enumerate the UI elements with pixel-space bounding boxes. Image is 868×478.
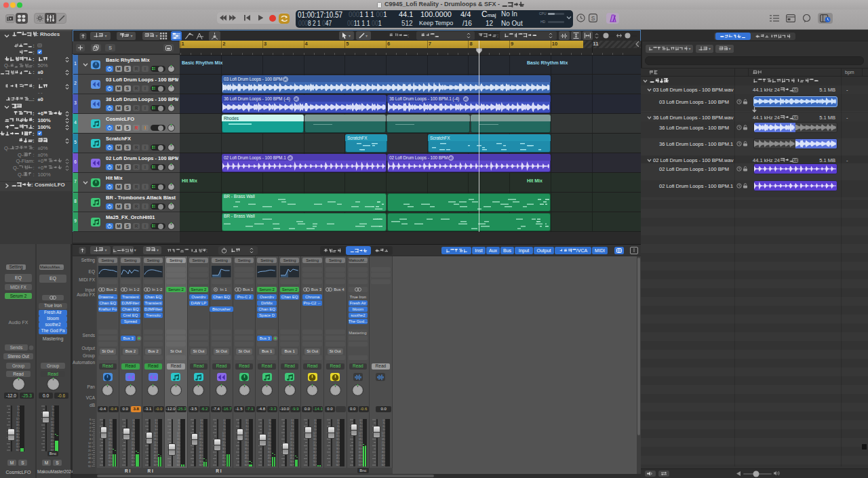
svg-text:12: 12 xyxy=(222,432,224,435)
svg-text:6: 6 xyxy=(132,425,134,428)
svg-text:50: 50 xyxy=(359,460,361,463)
svg-text:50: 50 xyxy=(176,460,179,463)
svg-text:3: 3 xyxy=(360,422,361,424)
svg-text:21: 21 xyxy=(245,441,248,444)
svg-text:12: 12 xyxy=(381,432,384,435)
svg-text:3: 3 xyxy=(17,408,18,411)
svg-text:18: 18 xyxy=(381,438,384,441)
svg-text:0: 0 xyxy=(90,426,91,429)
svg-text:0: 0 xyxy=(110,419,111,422)
svg-text:60: 60 xyxy=(381,464,384,466)
svg-text:15: 15 xyxy=(245,435,248,437)
svg-text:30: 30 xyxy=(359,447,361,450)
svg-text:12: 12 xyxy=(50,418,53,420)
svg-text:35: 35 xyxy=(245,451,248,454)
svg-text:30: 30 xyxy=(381,447,384,450)
svg-text:30: 30 xyxy=(245,447,248,450)
svg-text:40: 40 xyxy=(50,439,53,442)
svg-text:40: 40 xyxy=(290,454,293,457)
svg-text:6: 6 xyxy=(360,425,361,428)
svg-text:6: 6 xyxy=(178,425,179,428)
svg-text:3D: 3D xyxy=(793,116,798,119)
svg-text:12: 12 xyxy=(359,432,361,435)
svg-text:21: 21 xyxy=(222,441,224,444)
svg-text:45: 45 xyxy=(313,457,316,460)
svg-text:9: 9 xyxy=(269,429,270,431)
svg-text:35: 35 xyxy=(222,451,224,454)
svg-text:60: 60 xyxy=(222,464,224,466)
svg-text:21: 21 xyxy=(336,441,338,444)
svg-text:40: 40 xyxy=(359,454,361,457)
svg-text:6: 6 xyxy=(155,425,157,428)
svg-text:6: 6 xyxy=(292,425,293,428)
svg-text:0: 0 xyxy=(52,405,53,408)
svg-text:24: 24 xyxy=(381,444,384,447)
svg-text:30: 30 xyxy=(222,447,224,450)
svg-text:18: 18 xyxy=(268,438,271,441)
svg-text:24: 24 xyxy=(245,444,248,447)
svg-text:35: 35 xyxy=(313,451,316,454)
svg-text:35: 35 xyxy=(176,451,179,454)
svg-text:6: 6 xyxy=(269,425,270,428)
svg-text:12: 12 xyxy=(290,432,293,435)
svg-text:9: 9 xyxy=(292,429,293,431)
svg-text:45: 45 xyxy=(290,457,293,460)
svg-text:15: 15 xyxy=(131,435,134,437)
svg-text:3: 3 xyxy=(90,422,91,425)
svg-text:35: 35 xyxy=(154,451,157,454)
svg-text:30: 30 xyxy=(176,447,179,450)
svg-text:12: 12 xyxy=(313,432,316,435)
svg-text:6: 6 xyxy=(17,412,18,414)
svg-text:60: 60 xyxy=(359,464,361,466)
svg-text:60: 60 xyxy=(131,464,134,466)
svg-text:50: 50 xyxy=(50,445,53,448)
svg-text:24: 24 xyxy=(359,444,361,447)
svg-text:45: 45 xyxy=(131,457,134,460)
svg-text:21: 21 xyxy=(381,441,384,444)
svg-text:24: 24 xyxy=(336,444,338,447)
svg-text:3: 3 xyxy=(382,422,384,424)
svg-text:15: 15 xyxy=(268,435,271,437)
svg-text:15: 15 xyxy=(336,435,338,437)
svg-text:60: 60 xyxy=(313,464,316,466)
svg-text:21: 21 xyxy=(290,441,293,444)
svg-text:30: 30 xyxy=(336,447,338,450)
svg-text:60: 60 xyxy=(16,449,18,452)
svg-text:50: 50 xyxy=(222,460,224,463)
svg-text:6: 6 xyxy=(246,425,248,428)
svg-text:60: 60 xyxy=(245,464,248,466)
svg-text:0: 0 xyxy=(315,419,316,422)
svg-text:0: 0 xyxy=(382,419,384,422)
svg-text:9: 9 xyxy=(155,429,157,431)
svg-text:50: 50 xyxy=(381,460,384,463)
svg-text:6: 6 xyxy=(90,418,91,421)
svg-text:9: 9 xyxy=(337,429,338,431)
svg-text:12: 12 xyxy=(131,432,134,435)
svg-text:50: 50 xyxy=(313,460,316,463)
svg-text:0: 0 xyxy=(337,419,338,422)
svg-text:21: 21 xyxy=(359,441,361,444)
svg-text:0: 0 xyxy=(17,405,18,408)
svg-text:35: 35 xyxy=(16,436,18,439)
svg-text:24: 24 xyxy=(268,444,271,447)
svg-text:35: 35 xyxy=(199,451,202,454)
svg-text:9: 9 xyxy=(110,429,111,431)
svg-text:0: 0 xyxy=(269,419,270,422)
svg-text:50: 50 xyxy=(131,460,134,463)
svg-text:6: 6 xyxy=(315,425,316,428)
svg-text:3D: 3D xyxy=(793,159,798,162)
svg-text:30: 30 xyxy=(16,433,18,436)
svg-text:60: 60 xyxy=(199,464,202,466)
svg-text:40: 40 xyxy=(199,454,202,457)
svg-text:18: 18 xyxy=(131,438,134,441)
svg-text:40: 40 xyxy=(336,454,338,457)
svg-text:15: 15 xyxy=(359,435,361,437)
svg-text:60: 60 xyxy=(268,464,271,466)
svg-text:12: 12 xyxy=(336,432,338,435)
svg-text:30: 30 xyxy=(199,447,202,450)
svg-text:18: 18 xyxy=(290,438,293,441)
svg-text:45: 45 xyxy=(336,457,338,460)
svg-text:3: 3 xyxy=(292,422,293,424)
svg-text:18: 18 xyxy=(50,424,53,426)
svg-text:6: 6 xyxy=(110,425,111,428)
